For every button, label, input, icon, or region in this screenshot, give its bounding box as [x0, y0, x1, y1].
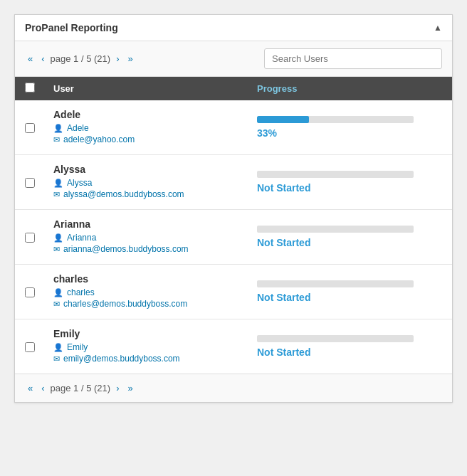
row-checkbox[interactable]	[25, 123, 35, 133]
username-text: Alyssa	[67, 178, 92, 188]
progress-bar-wrap	[257, 116, 414, 123]
email-text: arianna@demos.buddyboss.com	[63, 244, 189, 254]
next-page-button[interactable]: ›	[113, 52, 122, 65]
row-checkbox-wrap[interactable]	[25, 231, 53, 243]
main-panel: ProPanel Reporting ▲ « ‹ page 1 / 5 (21)…	[14, 14, 453, 403]
progress-col: 33%	[257, 116, 442, 139]
bottom-pagination: « ‹ page 1 / 5 (21) › »	[15, 374, 452, 402]
progress-col: Not Started	[257, 280, 442, 303]
search-input[interactable]	[264, 48, 442, 69]
username-text: Arianna	[67, 233, 96, 243]
table-row: Emily 👤 Emily ✉ emily@demos.buddyboss.co…	[15, 319, 452, 374]
bottom-pagination-controls: « ‹ page 1 / 5 (21) › »	[25, 381, 442, 395]
email-icon: ✉	[53, 135, 60, 144]
row-checkbox-wrap[interactable]	[25, 122, 53, 133]
user-name: Adele	[53, 109, 257, 120]
email-text: alyssa@demos.buddyboss.com	[63, 189, 184, 199]
user-column-header: User	[53, 83, 257, 94]
username-text: Emily	[67, 342, 88, 352]
bottom-page-info: page 1 / 5 (21)	[51, 383, 111, 393]
panel-header: ProPanel Reporting ▲	[15, 15, 452, 41]
toolbar: « ‹ page 1 / 5 (21) › »	[15, 41, 452, 77]
select-all-checkbox[interactable]	[25, 83, 35, 92]
progress-column-header: Progress	[257, 83, 442, 94]
progress-col: Not Started	[257, 226, 442, 248]
user-info: Arianna 👤 Arianna ✉ arianna@demos.buddyb…	[53, 218, 257, 255]
user-icon: 👤	[53, 233, 63, 243]
select-all-checkbox-wrap[interactable]	[25, 83, 53, 95]
user-info: Adele 👤 Adele ✉ adele@yahoo.com	[53, 109, 257, 146]
table-row: Arianna 👤 Arianna ✉ arianna@demos.buddyb…	[15, 210, 452, 265]
not-started-label: Not Started	[257, 347, 442, 358]
user-email: ✉ charles@demos.buddyboss.com	[53, 299, 257, 309]
table-row: Adele 👤 Adele ✉ adele@yahoo.com 33%	[15, 100, 452, 155]
user-info: charles 👤 charles ✉ charles@demos.buddyb…	[53, 273, 257, 310]
username-text: Adele	[67, 123, 89, 133]
top-pagination: « ‹ page 1 / 5 (21) › »	[25, 52, 136, 65]
prev-page-button[interactable]: ‹	[38, 52, 47, 65]
first-page-button[interactable]: «	[25, 52, 36, 65]
bottom-prev-page-button[interactable]: ‹	[38, 381, 47, 395]
user-info: Emily 👤 Emily ✉ emily@demos.buddyboss.co…	[53, 328, 257, 365]
bottom-next-page-button[interactable]: ›	[113, 381, 122, 395]
not-started-label: Not Started	[257, 182, 442, 194]
user-name: Alyssa	[53, 164, 257, 175]
progress-bar-wrap	[257, 335, 414, 342]
user-email: ✉ adele@yahoo.com	[53, 134, 257, 144]
user-icon: 👤	[53, 179, 63, 188]
user-icon: 👤	[53, 288, 63, 297]
table-header: User Progress	[15, 77, 452, 100]
email-text: charles@demos.buddyboss.com	[63, 299, 187, 309]
progress-label: 33%	[257, 127, 442, 139]
progress-bar-wrap	[257, 171, 414, 178]
table-row: charles 👤 charles ✉ charles@demos.buddyb…	[15, 265, 452, 319]
email-text: emily@demos.buddyboss.com	[63, 354, 180, 364]
progress-col: Not Started	[257, 335, 442, 358]
row-checkbox-wrap[interactable]	[25, 286, 53, 297]
username-text: charles	[67, 287, 95, 297]
bottom-last-page-button[interactable]: »	[125, 381, 135, 395]
not-started-label: Not Started	[257, 237, 442, 248]
email-icon: ✉	[53, 300, 60, 309]
user-email: ✉ arianna@demos.buddyboss.com	[53, 244, 257, 254]
user-email: ✉ emily@demos.buddyboss.com	[53, 354, 257, 364]
progress-bar-fill	[257, 116, 309, 123]
row-checkbox[interactable]	[25, 178, 35, 188]
progress-bar-wrap	[257, 226, 414, 233]
not-started-label: Not Started	[257, 292, 442, 303]
user-name: charles	[53, 273, 257, 285]
panel-title: ProPanel Reporting	[25, 22, 118, 33]
collapse-icon[interactable]: ▲	[434, 23, 442, 33]
user-list: Adele 👤 Adele ✉ adele@yahoo.com 33%	[15, 100, 452, 374]
progress-bar-wrap	[257, 280, 414, 287]
bottom-first-page-button[interactable]: «	[25, 381, 36, 395]
row-checkbox-wrap[interactable]	[25, 176, 53, 188]
email-text: adele@yahoo.com	[63, 134, 135, 144]
user-username: 👤 Adele	[53, 123, 257, 133]
email-icon: ✉	[53, 354, 60, 364]
row-checkbox[interactable]	[25, 342, 35, 352]
user-name: Arianna	[53, 218, 257, 230]
page-info: page 1 / 5 (21)	[51, 53, 111, 64]
user-username: 👤 Emily	[53, 342, 257, 352]
row-checkbox[interactable]	[25, 233, 35, 243]
user-username: 👤 Arianna	[53, 233, 257, 243]
last-page-button[interactable]: »	[125, 52, 135, 65]
row-checkbox-wrap[interactable]	[25, 341, 53, 352]
user-icon: 👤	[53, 343, 63, 352]
user-username: 👤 Alyssa	[53, 178, 257, 188]
user-info: Alyssa 👤 Alyssa ✉ alyssa@demos.buddyboss…	[53, 164, 257, 201]
user-email: ✉ alyssa@demos.buddyboss.com	[53, 189, 257, 199]
progress-col: Not Started	[257, 171, 442, 194]
email-icon: ✉	[53, 190, 60, 199]
user-name: Emily	[53, 328, 257, 339]
email-icon: ✉	[53, 245, 60, 254]
row-checkbox[interactable]	[25, 287, 35, 297]
table-row: Alyssa 👤 Alyssa ✉ alyssa@demos.buddyboss…	[15, 155, 452, 210]
user-icon: 👤	[53, 124, 63, 133]
user-username: 👤 charles	[53, 287, 257, 297]
